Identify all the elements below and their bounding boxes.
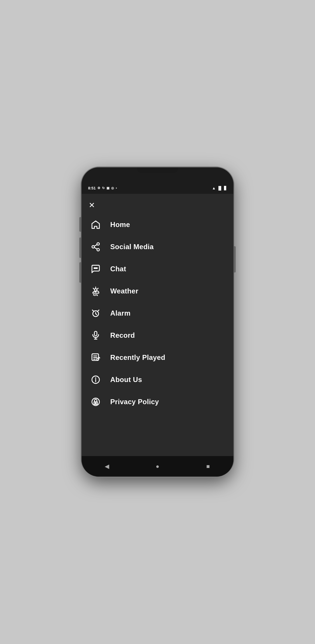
svg-point-6 <box>95 268 96 269</box>
phone-frame: 8:51 ⚙ ↻ ▣ ◎ • ▲ ▐▌ ▊ ✕ <box>82 168 233 476</box>
home-button[interactable]: ● <box>150 459 165 474</box>
recent-button[interactable]: ■ <box>201 459 215 474</box>
power-button <box>234 246 236 272</box>
privacy-policy-label: Privacy Policy <box>110 398 159 406</box>
home-label: Home <box>110 221 130 229</box>
back-icon: ◀ <box>105 463 109 470</box>
svg-line-21 <box>98 310 99 311</box>
battery-icon: ▊ <box>224 186 227 190</box>
back-button[interactable]: ◀ <box>100 459 114 474</box>
info-icon <box>90 374 102 386</box>
svg-point-37 <box>95 403 96 404</box>
status-left: 8:51 ⚙ ↻ ▣ ◎ • <box>88 186 117 190</box>
menu-list: Home Social Media <box>82 211 233 415</box>
menu-item-social-media[interactable]: Social Media <box>82 236 233 258</box>
sim-icon: ▣ <box>106 186 109 190</box>
recently-played-label: Recently Played <box>110 353 165 362</box>
svg-line-4 <box>94 244 97 246</box>
wifi-icon: ▲ <box>212 186 216 190</box>
social-media-label: Social Media <box>110 243 154 251</box>
close-icon[interactable]: ✕ <box>89 201 95 209</box>
status-right: ▲ ▐▌ ▊ <box>212 186 227 190</box>
svg-point-5 <box>94 268 95 269</box>
menu-item-recently-played[interactable]: Recently Played <box>82 346 233 369</box>
share-icon <box>90 241 102 253</box>
menu-item-alarm[interactable]: Alarm <box>82 302 233 324</box>
notch-area <box>82 168 233 182</box>
menu-item-about-us[interactable]: About Us <box>82 369 233 391</box>
about-us-label: About Us <box>110 376 142 384</box>
svg-line-19 <box>96 314 97 315</box>
signal-icon: ▐▌ <box>217 186 223 190</box>
dot-icon: • <box>116 186 117 190</box>
weather-icon <box>90 285 102 297</box>
svg-line-11 <box>93 288 94 289</box>
close-button-area[interactable]: ✕ <box>82 197 233 211</box>
volume-down-button <box>79 237 81 258</box>
menu-item-weather[interactable]: Weather <box>82 280 233 302</box>
location-icon: ◎ <box>111 186 114 190</box>
chat-icon <box>90 263 102 275</box>
home-icon <box>90 219 102 230</box>
svg-rect-22 <box>94 331 97 336</box>
playlist-icon <box>90 352 102 363</box>
svg-line-20 <box>92 310 94 311</box>
menu-item-privacy-policy[interactable]: Privacy Policy <box>82 391 233 413</box>
alarm-label: Alarm <box>110 309 131 317</box>
alarm-icon <box>90 307 102 319</box>
phone-screen: 8:51 ⚙ ↻ ▣ ◎ • ▲ ▐▌ ▊ ✕ <box>82 168 233 476</box>
svg-line-3 <box>94 247 97 249</box>
home-nav-icon: ● <box>156 463 159 470</box>
svg-point-7 <box>97 268 97 269</box>
notch <box>137 168 178 173</box>
status-bar: 8:51 ⚙ ↻ ▣ ◎ • ▲ ▐▌ ▊ <box>82 182 233 194</box>
lock-icon <box>90 396 102 408</box>
sync-icon: ↻ <box>102 186 105 190</box>
volume-up-button <box>79 217 81 232</box>
svg-line-12 <box>97 288 98 289</box>
recent-icon: ■ <box>206 463 210 470</box>
nav-bar: ◀ ● ■ <box>82 456 233 476</box>
camera-button <box>79 262 81 283</box>
menu-item-chat[interactable]: Chat <box>82 258 233 280</box>
screen-content: ✕ Home <box>82 194 233 456</box>
time-display: 8:51 <box>88 186 96 190</box>
chat-label: Chat <box>110 265 126 273</box>
menu-item-record[interactable]: Record <box>82 324 233 346</box>
mic-icon <box>90 330 102 341</box>
record-label: Record <box>110 331 135 339</box>
settings-icon: ⚙ <box>97 186 100 190</box>
menu-item-home[interactable]: Home <box>82 214 233 236</box>
weather-label: Weather <box>110 287 138 295</box>
